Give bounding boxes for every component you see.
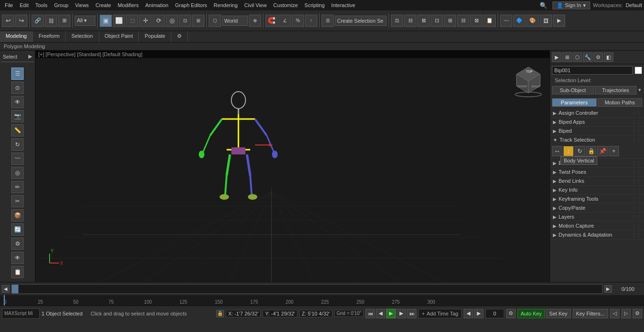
menu-file[interactable]: File [2, 1, 16, 9]
trajectories-button[interactable]: Trajectories [595, 86, 637, 94]
undo-button[interactable]: ↩ [2, 15, 14, 27]
prev-key-button[interactable]: ◀ [464, 309, 473, 318]
time-slider[interactable] [11, 284, 602, 294]
menu-edit[interactable]: Edit [17, 1, 32, 9]
prev-frame-button[interactable]: ◀ [376, 309, 385, 318]
left-tool-zoom[interactable]: ⊙ [11, 82, 24, 94]
create-selection-set[interactable]: Create Selection Se [335, 16, 387, 26]
section-key-info-header[interactable]: ▶ Key Info ⋮⋮ [550, 186, 644, 194]
menu-modifiers[interactable]: Modifiers [115, 1, 142, 9]
render-scene[interactable]: 🖼 [540, 15, 552, 27]
tab-selection[interactable]: Selection [66, 31, 99, 42]
selection-filter-dropdown[interactable]: All ▾ [75, 16, 95, 26]
object-list-item[interactable]: ▶ 👁 ❄ Bip00 [1, 62, 34, 62]
scale2-button[interactable]: ⊡ [179, 15, 191, 27]
left-tool-pen[interactable]: ✏ [11, 181, 24, 193]
reference-coord[interactable]: ⬡ [209, 15, 221, 27]
edit-named-sets[interactable]: ☰ [322, 15, 334, 27]
set-key-button[interactable]: Set Key [546, 309, 571, 318]
tab-populate[interactable]: Populate [139, 31, 171, 42]
object-name-input[interactable] [552, 66, 633, 75]
menu-create[interactable]: Create [93, 1, 114, 9]
sub-object-button[interactable]: Sub-Object [552, 86, 594, 94]
section-assign-controller-header[interactable]: ▶ Assign Controller ⋮⋮ [550, 109, 644, 117]
material-editor[interactable]: 🎨 [526, 15, 539, 27]
align6-btn[interactable]: ⊠ [470, 15, 483, 27]
key-filters-button[interactable]: Key Filters... [573, 309, 608, 318]
left-tool-clipboard[interactable]: 📋 [11, 266, 24, 278]
left-tool-cut[interactable]: ✂ [11, 195, 24, 207]
menu-civil-view[interactable]: Civil View [241, 1, 269, 9]
tab-settings[interactable]: ⚙ [171, 31, 188, 42]
object-list[interactable]: ▶ 👁 ❄ Bip00 [1, 61, 34, 62]
extra-btn-2[interactable]: ▷ [621, 309, 631, 318]
align-btn[interactable]: ⊟ [404, 15, 416, 27]
track-icon-plus[interactable]: + [609, 146, 619, 156]
left-tool-rotate[interactable]: ↻ [11, 138, 24, 151]
percent-snap[interactable]: % [292, 15, 304, 27]
extra-btn-3[interactable]: ⚙ [633, 309, 642, 318]
left-tool-wave[interactable]: 〰 [11, 153, 24, 165]
extra-btn-1[interactable]: ◁ [610, 309, 619, 318]
left-tool-box[interactable]: 📦 [11, 209, 24, 221]
track-icon-pin[interactable]: 📌 [597, 146, 608, 156]
track-icon-lock[interactable]: 🔒 [586, 146, 596, 156]
select-marquee-button[interactable]: ⬚ [126, 15, 138, 27]
menu-views[interactable]: Views [72, 1, 92, 9]
next-frame-button[interactable]: ▶ [397, 309, 406, 318]
tab-modeling[interactable]: Modeling [0, 31, 33, 42]
redo-button[interactable]: ↪ [15, 15, 27, 27]
section-biped-header[interactable]: ▶ Biped ⋮⋮ [550, 127, 644, 135]
panel-icon-hierarchy[interactable]: ⊞ [562, 52, 572, 62]
menu-rendering[interactable]: Rendering [211, 1, 241, 9]
time-back-arrow[interactable]: ◀ [2, 285, 9, 293]
viewport[interactable]: [+] [Perspective] [Standard] [Default Sh… [35, 51, 550, 282]
track-icon-1[interactable]: ↔ [552, 146, 562, 156]
left-tool-measure[interactable]: 📏 [11, 124, 24, 136]
scale-button[interactable]: ◎ [166, 15, 178, 27]
section-track-selection-header[interactable]: ▼ Track Selection ⋮⋮ [550, 136, 644, 144]
play-button[interactable]: ▶ [386, 309, 396, 318]
panel-icon-motion[interactable]: ▶ [552, 52, 561, 62]
section-biped-apps-header[interactable]: ▶ Biped Apps ⋮⋮ [550, 118, 644, 126]
time-position-marker[interactable] [12, 285, 18, 293]
scale3-button[interactable]: ⊞ [192, 15, 204, 27]
menu-animation[interactable]: Animation [143, 1, 171, 9]
left-tool-eye[interactable]: 👁 [11, 252, 24, 264]
align2-btn[interactable]: ⊠ [417, 15, 430, 27]
align3-btn[interactable]: ⊡ [431, 15, 443, 27]
tab-object-paint[interactable]: Object Paint [99, 31, 139, 42]
search-btn[interactable]: 🔍 [537, 0, 550, 11]
spinner-snap[interactable]: ↑ [305, 15, 317, 27]
maxscript-mini[interactable]: MAXScript Mi [2, 308, 40, 319]
nav-cube[interactable]: TOP FRONT RIGHT [512, 65, 545, 98]
menu-customize[interactable]: Customize [271, 1, 301, 9]
section-bend-links-header[interactable]: ▶ Bend Links ⋮⋮ [550, 177, 644, 185]
panel-icon-display[interactable]: ⬡ [573, 52, 582, 62]
motion-paths-button[interactable]: Motion Paths [598, 98, 643, 107]
left-tool-settings[interactable]: ⚙ [11, 238, 24, 250]
left-tool-camera[interactable]: 📷 [11, 110, 24, 122]
section-dynamics-header[interactable]: ▶ Dynamics & Adaptation ⋮⋮ [550, 230, 644, 239]
menu-group[interactable]: Group [51, 1, 71, 9]
snap-toggle[interactable]: 🧲 [265, 15, 278, 27]
object-color-swatch[interactable] [635, 67, 642, 74]
track-icon-body-vertical[interactable]: ↕ [563, 146, 574, 156]
world-dropdown[interactable]: World [222, 16, 248, 26]
parameters-button[interactable]: Parameters [552, 98, 597, 107]
section-copy-paste-header[interactable]: ▶ Copy/Paste ⋮⋮ [550, 204, 644, 212]
time-forward-arrow[interactable]: ▶ [604, 285, 612, 293]
auto-key-button[interactable]: Auto Key [517, 309, 545, 318]
menu-interactive[interactable]: Interactive [329, 1, 358, 9]
collapse-arrow[interactable]: ▶ [28, 53, 32, 60]
curve-editor[interactable]: 〰 [500, 15, 512, 27]
menu-scripting[interactable]: Scripting [302, 1, 328, 9]
bind-space-warp[interactable]: ⊞ [58, 15, 70, 27]
section-twist-poses-header[interactable]: ▶ Twist Poses ⋮⋮ [550, 168, 644, 176]
mirror-btn[interactable]: ⚖ [391, 15, 403, 27]
go-start-button[interactable]: ⏮ [365, 309, 375, 318]
menu-tools[interactable]: Tools [33, 1, 51, 9]
select-object-button[interactable]: ▣ [100, 15, 112, 27]
section-keyframing-tools-header[interactable]: ▶ Keyframing Tools ⋮⋮ [550, 195, 644, 203]
select-region-button[interactable]: ⬜ [113, 15, 125, 27]
